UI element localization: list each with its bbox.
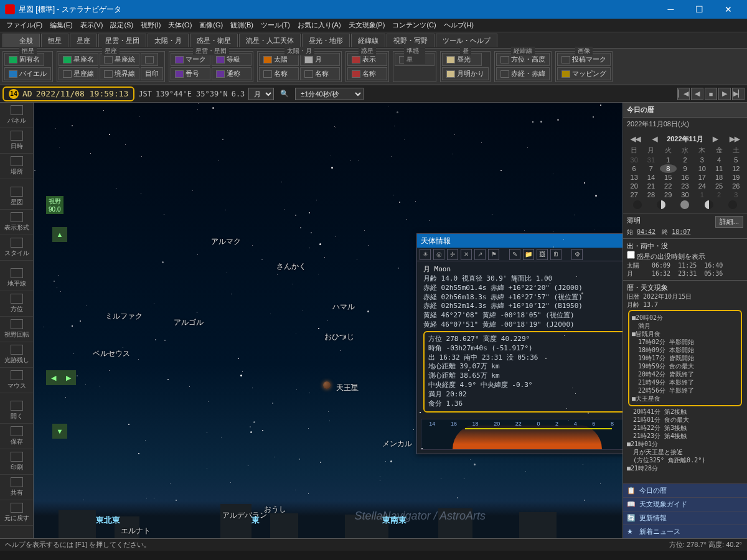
side-dir[interactable]: 方位 [0, 291, 33, 317]
side-undo[interactable]: 元に戻す [0, 500, 33, 526]
cal-day[interactable]: 1 [660, 156, 677, 164]
btn-neb-name[interactable]: 通称 [212, 67, 251, 80]
twilight-detail-button[interactable]: 詳細... [715, 216, 743, 228]
btn-guide[interactable]: 目印 [141, 67, 163, 80]
search-icon[interactable]: 🔍 [278, 90, 291, 98]
tab-const[interactable]: 星座 [70, 34, 97, 47]
btn-bayer[interactable]: バイエル [4, 67, 51, 80]
cal-prev-month[interactable]: ◀ [650, 135, 660, 143]
cal-day[interactable]: 8 [660, 164, 677, 173]
iw-center-icon[interactable]: ◎ [433, 249, 444, 260]
infowin-titlebar[interactable]: 天体情報 ✕ [417, 234, 622, 248]
side-format[interactable]: 表示形式 [0, 210, 33, 235]
btn-constline[interactable]: 星座線 [59, 67, 98, 80]
iw-cal-icon[interactable]: 🗓 [550, 249, 561, 260]
iw-pencil-icon[interactable]: ✎ [509, 249, 520, 260]
cal-day[interactable]: 25 [710, 182, 727, 190]
tab-fov[interactable]: 視野・写野 [387, 34, 435, 47]
maximize-button[interactable]: ☐ [685, 0, 713, 19]
cal-day[interactable]: 19 [728, 173, 745, 182]
iw-flag-icon[interactable]: ⚑ [488, 249, 499, 260]
link-update[interactable]: 🔄更新情報 [623, 511, 747, 525]
step-prev-button[interactable]: ▏◀ [677, 88, 690, 100]
menu-tools[interactable]: ツール(T) [257, 19, 294, 31]
cal-day[interactable]: 26 [728, 182, 745, 190]
cal-day[interactable]: 3 [693, 156, 710, 164]
link-guide[interactable]: 📖天文現象ガイド [623, 497, 747, 511]
tab-tools[interactable]: ツール・ヘルプ [436, 34, 497, 47]
tab-sunmoon[interactable]: 太陽・月 [148, 34, 189, 47]
tab-general[interactable]: 全般 [2, 34, 40, 47]
side-panel[interactable]: パネル [0, 103, 33, 128]
cal-day[interactable]: 5 [728, 156, 745, 164]
cal-day[interactable]: 7 [642, 164, 659, 173]
step-select[interactable]: ±1分40秒/秒 [295, 88, 364, 100]
cal-day[interactable]: 17 [693, 173, 710, 182]
side-mouse[interactable]: マウス [0, 368, 33, 393]
menu-phen[interactable]: 天文現象(P) [345, 19, 389, 31]
menu-fav[interactable]: お気に入り(A) [294, 19, 345, 31]
side-starmap[interactable]: 星図 [0, 184, 33, 210]
btn-moonlight[interactable]: 月明かり [442, 67, 489, 80]
btn-mapping[interactable]: マッピング [557, 67, 611, 80]
tab-nebula[interactable]: 星雲・星団 [98, 34, 146, 47]
cal-day[interactable]: 4 [710, 156, 727, 164]
iw-folder-icon[interactable]: 📁 [523, 249, 534, 260]
cal-day[interactable]: 15 [660, 173, 677, 182]
stop-button[interactable]: ■ [705, 88, 717, 100]
cal-next-year[interactable]: ▶▶ [727, 135, 742, 143]
cal-day[interactable]: 2 [710, 190, 727, 199]
tab-planet[interactable]: 惑星・衛星 [190, 34, 238, 47]
cal-day[interactable]: 20 [626, 182, 642, 190]
cal-day[interactable]: 14 [642, 173, 659, 182]
btn-moon-name[interactable]: 名称 [300, 67, 340, 80]
link-today[interactable]: 📋今日の暦 [623, 483, 747, 497]
cal-day[interactable]: 6 [626, 164, 642, 173]
iw-cross-icon[interactable]: ✕ [461, 249, 472, 260]
cal-day[interactable]: 12 [728, 164, 745, 173]
cal-day[interactable]: 22 [660, 182, 677, 190]
nav-up-button[interactable]: ▲ [52, 227, 67, 242]
btn-mark[interactable] [141, 53, 158, 66]
btn-neb-no[interactable]: 番号 [171, 67, 210, 80]
play-rev-button[interactable]: ◀ [691, 88, 703, 100]
cal-day[interactable]: 29 [660, 190, 677, 199]
iw-target-icon[interactable]: ✛ [447, 249, 458, 260]
cal-day[interactable]: 28 [642, 190, 659, 199]
cal-day[interactable]: 23 [677, 182, 693, 190]
iw-arrow-icon[interactable]: ↗ [474, 249, 486, 260]
uranus-marker[interactable] [323, 381, 331, 389]
menu-help[interactable]: ヘルプ(H) [440, 19, 477, 31]
cal-day[interactable]: 30 [677, 190, 693, 199]
link-news[interactable]: ★新着ニュース [623, 525, 747, 538]
menu-object[interactable]: 天体(O) [164, 19, 195, 31]
cal-prev-year[interactable]: ◀◀ [628, 135, 643, 143]
menu-contents[interactable]: コンテンツ(C) [388, 19, 439, 31]
side-trail[interactable]: 光跡残し [0, 342, 33, 368]
side-place[interactable]: 場所 [0, 154, 33, 179]
close-button[interactable]: ✕ [714, 0, 742, 19]
cal-day[interactable]: 1 [693, 190, 710, 199]
side-print[interactable]: 印刷 [0, 449, 33, 475]
iw-sun-icon[interactable]: ☀ [420, 249, 431, 260]
cal-next-month[interactable]: ▶ [710, 135, 720, 143]
menu-settings[interactable]: 設定(S) [106, 19, 137, 31]
step-next-button[interactable]: ▶▏ [732, 88, 745, 100]
target-select[interactable]: 月 [248, 88, 274, 100]
side-rot[interactable]: 視野回転 [0, 317, 33, 342]
play-fwd-button[interactable]: ▶ [718, 88, 731, 100]
menu-observe[interactable]: 観測(B) [227, 19, 257, 31]
tab-day[interactable]: 昼光・地形 [302, 34, 350, 47]
nav-right-button[interactable]: ▶ [61, 370, 76, 385]
planet-times-checkbox[interactable] [627, 251, 635, 259]
menu-view[interactable]: 表示(V) [77, 19, 107, 31]
btn-bound[interactable]: 境界線 [100, 67, 139, 80]
menu-image[interactable]: 画像(G) [195, 19, 227, 31]
cal-day[interactable]: 24 [693, 182, 710, 190]
iw-pic-icon[interactable]: 🖼 [537, 249, 548, 260]
tab-star[interactable]: 恒星 [41, 34, 68, 47]
btn-constname[interactable]: 星座名 [59, 53, 98, 66]
nav-left-button[interactable]: ◀ [46, 370, 61, 385]
cal-day[interactable]: 16 [677, 173, 693, 182]
side-share[interactable]: 共有 [0, 475, 33, 500]
